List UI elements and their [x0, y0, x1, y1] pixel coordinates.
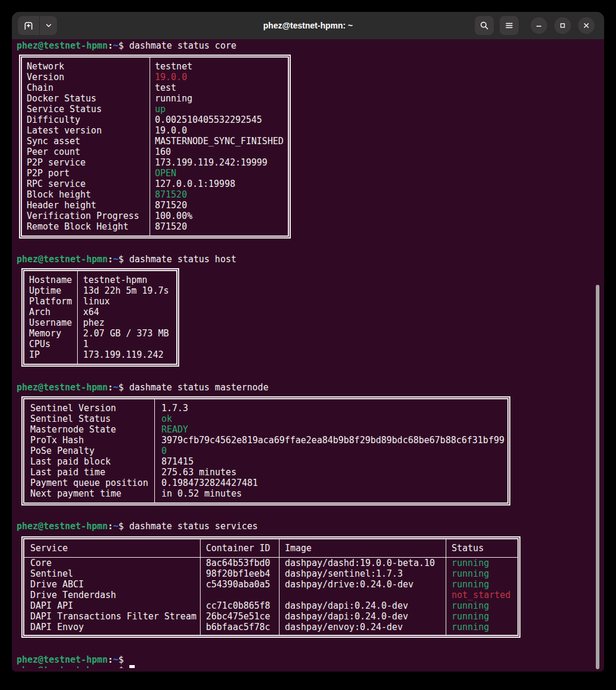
table-row: Network testnet: [22, 61, 288, 72]
row-value: 0.002510405532292545: [150, 115, 288, 125]
prompt-colon: :: [108, 382, 113, 393]
table-row: Remote Block Height 871520: [22, 221, 288, 232]
table-row: DAPI Transactions Filter Stream 26bc475e…: [24, 611, 517, 622]
table-row: DAPI Envoy b6bfaac5f78c dashpay/envoy:0.…: [24, 622, 517, 632]
table-row: Version 19.0.0: [22, 72, 288, 82]
row-label: P2P port: [22, 168, 150, 179]
maximize-button[interactable]: [554, 17, 571, 34]
cell-status: running: [446, 568, 517, 579]
cell-status: running: [446, 611, 517, 622]
row-label: PoSe Penalty: [24, 446, 154, 456]
table-row: Chain test: [22, 82, 288, 93]
table-row: Latest version 19.0.0: [22, 125, 288, 136]
row-value: 13d 22h 5m 19.7s: [77, 285, 176, 296]
table-row: Core 8ac64b53fbd0 dashpay/dashd:19.0.0-b…: [24, 558, 517, 568]
table-row: Next payment time in 0.52 minutes: [24, 488, 507, 499]
table-row: DAPI API cc71c0b865f8 dashpay/dapi:0.24.…: [24, 600, 517, 611]
row-label: Service Status: [22, 104, 150, 115]
cell-container-id: cc71c0b865f8: [200, 600, 279, 611]
cell-service: Drive Tenderdash: [24, 590, 200, 600]
table-row: Sentinel Version 1.7.3: [24, 403, 507, 414]
prompt-colon: :: [108, 40, 113, 51]
terminal-output-area[interactable]: phez@testnet-hpmn:~$dashmate status core…: [12, 39, 604, 672]
row-value: 173.199.119.242: [77, 349, 176, 360]
prompt-line-core: phez@testnet-hpmn:~$dashmate status core: [17, 40, 604, 51]
row-value: 1: [77, 339, 176, 349]
header-status: Status: [446, 543, 517, 554]
prompt-path: ~: [113, 521, 119, 532]
close-button[interactable]: [578, 17, 595, 34]
row-value: 100.00%: [150, 211, 288, 221]
table-row: Last paid block 871415: [24, 456, 507, 467]
prompt-colon: :: [108, 521, 113, 532]
row-label: Verification Progress: [22, 211, 150, 221]
cell-service: Drive ABCI: [24, 579, 200, 590]
prompt-user: phez@testnet-hpmn: [17, 665, 108, 668]
table-row: Arch x64: [24, 307, 176, 317]
row-value: OPEN: [150, 168, 288, 179]
prompt-symbol: $: [119, 665, 124, 668]
table-row: Platform linux: [24, 296, 176, 307]
terminal-window: phez@testnet-hpmn: ~: [12, 12, 604, 672]
cell-service: Core: [24, 558, 200, 568]
row-label: Hostname: [24, 275, 77, 285]
scrollbar-thumb[interactable]: [596, 285, 599, 669]
row-value: READY: [154, 424, 507, 435]
cell-container-id: c54390aba0a5: [200, 579, 279, 590]
cell-image: dashpay/envoy:0.24-dev: [279, 622, 446, 632]
row-value: test: [150, 82, 288, 93]
titlebar[interactable]: phez@testnet-hpmn: ~: [12, 12, 604, 39]
prompt-user: phez@testnet-hpmn: [17, 254, 108, 265]
row-value: 3979cfb79c4562e819aca69ffae2ea84b9b8f29b…: [154, 435, 507, 446]
row-label: Last paid block: [24, 456, 154, 467]
row-label: Difficulty: [22, 115, 150, 125]
table-row: Masternode State READY: [24, 424, 507, 435]
row-label: Memory: [24, 328, 77, 339]
command-text: dashmate status masternode: [129, 382, 269, 393]
search-button[interactable]: [475, 16, 494, 35]
row-value: linux: [77, 296, 176, 307]
cell-image: dashpay/dashd:19.0.0-beta.10: [279, 558, 446, 568]
prompt-user: phez@testnet-hpmn: [17, 654, 108, 665]
row-label: Platform: [24, 296, 77, 307]
table-row: PoSe Penalty 0: [24, 446, 507, 456]
cross-icon: [582, 21, 590, 30]
prompt-symbol: $: [119, 40, 124, 51]
menu-button[interactable]: [500, 16, 519, 35]
prompt-line-host: phez@testnet-hpmn:~$dashmate status host: [17, 254, 604, 265]
row-label: Peer count: [22, 147, 150, 157]
hamburger-icon: [504, 21, 514, 30]
table-row: Peer count 160: [22, 147, 288, 157]
table-row: Docker Status running: [22, 93, 288, 104]
cell-status: not_started: [446, 590, 517, 600]
services-table-header: Service Container ID Image Status: [24, 539, 517, 558]
prompt-user: phez@testnet-hpmn: [17, 521, 108, 532]
prompt-line-services: phez@testnet-hpmn:~$dashmate status serv…: [17, 521, 604, 532]
row-label: Docker Status: [22, 93, 150, 104]
tab-plus-icon: [23, 20, 34, 31]
row-label: Remote Block Height: [22, 221, 150, 232]
table-row: P2P port OPEN: [22, 168, 288, 179]
cell-image: [279, 590, 446, 600]
table-row: Last paid time 275.63 minutes: [24, 467, 507, 478]
prompt-line-current: phez@testnet-hpmn:~$: [17, 654, 604, 665]
row-label: Latest version: [22, 125, 150, 136]
row-label: Header height: [22, 200, 150, 211]
row-label: ProTx Hash: [24, 435, 154, 446]
table-row: Block height 871520: [22, 189, 288, 200]
minimize-button[interactable]: [531, 17, 547, 34]
table-row: Memory 2.07 GB / 373 MB: [24, 328, 176, 339]
services-status-table: Service Container ID Image Status Core 8…: [21, 536, 520, 638]
prompt-symbol: $: [119, 382, 124, 393]
row-value: phez: [77, 317, 176, 328]
tab-chooser-button[interactable]: [39, 16, 57, 35]
prompt-path: ~: [113, 665, 119, 668]
prompt-symbol: $: [119, 521, 124, 532]
cell-status: running: [446, 600, 517, 611]
row-value: up: [150, 104, 288, 115]
row-label: Arch: [24, 307, 77, 317]
table-row: Username phez: [24, 317, 176, 328]
new-tab-button[interactable]: [18, 16, 39, 35]
cell-service: DAPI API: [24, 600, 200, 611]
prompt-path: ~: [113, 382, 119, 393]
